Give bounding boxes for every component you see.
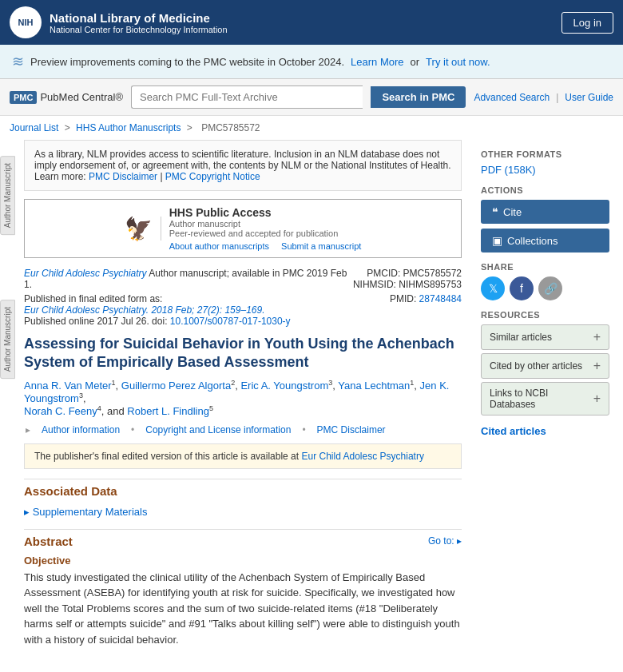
author-lechtman[interactable]: Yana Lechtman: [338, 380, 410, 392]
meta-right2: PMID: 28748484: [390, 293, 462, 304]
content-area: As a library, NLM provides access to sci…: [14, 140, 471, 647]
ncbi-plus-icon: +: [593, 392, 601, 406]
associated-data-title: Associated Data: [24, 479, 462, 503]
publisher-notice-link[interactable]: Eur Child Adolesc Psychiatry: [301, 451, 423, 462]
right-sidebar: OTHER FORMATS PDF (158K) ACTIONS ❝ Cite …: [471, 140, 619, 647]
hhs-links: About author manuscripts Submit a manusc…: [169, 241, 362, 251]
hhs-text: HHS Public Access Author manuscript Peer…: [169, 206, 362, 251]
banner-text: Preview improvements coming to the PMC w…: [30, 56, 344, 68]
collections-icon: ▣: [492, 234, 502, 247]
breadcrumb-sep2: >: [187, 122, 195, 133]
collections-label: Collections: [507, 235, 558, 247]
nih-logo-area: NIH National Library of Medicine Nationa…: [10, 6, 228, 38]
user-guide-link[interactable]: User Guide: [565, 92, 613, 103]
hhs-icon: 🦅: [125, 216, 153, 242]
disclaimer-learn-more: Learn more:: [34, 171, 86, 182]
author-sup-1b: 1: [410, 379, 414, 387]
search-bar-area: PMC PubMed Central® Search in PMC Advanc…: [0, 79, 623, 116]
author-findling[interactable]: Robert L. Findling: [127, 406, 209, 418]
search-links-divider: |: [556, 92, 558, 103]
author-sup-4: 4: [97, 404, 101, 412]
try-now-link[interactable]: Try it out now.: [426, 56, 490, 68]
cited-by-plus-icon: +: [593, 359, 601, 373]
pmc-disclaimer-link[interactable]: PMC Disclaimer: [89, 171, 157, 182]
doi-link[interactable]: 10.1007/s00787-017-1030-y: [170, 316, 291, 327]
pmc-disclaimer-art-link[interactable]: PMC Disclaimer: [317, 424, 386, 435]
abstract-text: This study investigated the clinical uti…: [24, 570, 462, 648]
cited-by-label: Cited by other articles: [490, 360, 582, 372]
breadcrumb: Journal List > HHS Author Manuscripts > …: [0, 116, 623, 140]
pmid-row: PMID: 28748484: [390, 293, 462, 304]
search-button[interactable]: Search in PMC: [371, 86, 466, 108]
article-meta-row2: Published in final edited form as: Eur C…: [24, 293, 462, 327]
abstract-header: Abstract Go to: ▸: [24, 529, 462, 548]
pmc-copyright-link[interactable]: PMC Copyright Notice: [165, 171, 260, 182]
copyright-link[interactable]: Copyright and License information: [145, 424, 291, 435]
disclaimer-box: As a library, NLM provides access to sci…: [24, 140, 462, 191]
twitter-share-icon[interactable]: 𝕏: [481, 276, 505, 300]
article-meta-row1: Eur Child Adolesc Psychiatry Author manu…: [24, 268, 462, 290]
nih-title: National Library of Medicine National Ce…: [50, 11, 228, 34]
author-youngstrom-e[interactable]: Eric A. Youngstrom: [240, 380, 328, 392]
author-feeny[interactable]: Norah C. Feeny: [24, 406, 97, 418]
hhs-subtitle: Author manuscript: [169, 219, 362, 229]
pdf-link[interactable]: PDF (158K): [481, 164, 536, 176]
preview-banner: ≋ Preview improvements coming to the PMC…: [0, 45, 623, 79]
journal-citation: Eur Child Adolesc Psychiatry. 2018 Feb; …: [24, 304, 390, 316]
authors: Anna R. Van Meter1, Guillermo Perez Algo…: [24, 379, 462, 418]
ncbi-databases-label: Links to NCBI Databases: [490, 388, 593, 410]
links-sep2: •: [302, 424, 305, 435]
pmid-link[interactable]: 28748484: [419, 293, 462, 304]
pubmed-central-label: PubMed Central®: [40, 91, 123, 103]
links-sep1: •: [131, 424, 134, 435]
meta-left2: Published in final edited form as: Eur C…: [24, 293, 390, 327]
login-button[interactable]: Log in: [561, 12, 613, 34]
main-layout: Author Manuscript Author Manuscript As a…: [0, 140, 623, 647]
supplementary-link[interactable]: Supplementary Materials: [24, 503, 462, 521]
ncbi-databases-button[interactable]: Links to NCBI Databases +: [481, 382, 609, 416]
cite-button[interactable]: ❝ Cite: [481, 200, 609, 224]
advanced-search-link[interactable]: Advanced Search: [474, 92, 550, 103]
author-sup-5: 5: [209, 404, 213, 412]
search-input[interactable]: [131, 85, 363, 109]
journal-link[interactable]: Eur Child Adolesc Psychiatry: [24, 268, 147, 279]
pmcid: PMCID: PMC5785572: [353, 268, 462, 279]
goto-link[interactable]: Go to: ▸: [428, 535, 462, 547]
cite-label: Cite: [503, 206, 522, 218]
journal-citation-link[interactable]: Eur Child Adolesc Psychiatry. 2018 Feb; …: [24, 304, 265, 316]
cited-by-button[interactable]: Cited by other articles +: [481, 353, 609, 379]
nih-title-main: National Library of Medicine: [50, 11, 228, 25]
submit-manuscript-link[interactable]: Submit a manuscript: [281, 241, 361, 251]
objective-title: Objective: [24, 555, 462, 567]
author-info-link[interactable]: Author information: [42, 424, 120, 435]
published-online-text: Published online 2017 Jul 26. doi:: [24, 316, 167, 327]
share-title: SHARE: [481, 262, 609, 272]
author-van-meter[interactable]: Anna R. Van Meter: [24, 380, 112, 392]
breadcrumb-journal-list[interactable]: Journal List: [10, 122, 58, 133]
author-manuscript-tab-2[interactable]: Author Manuscript: [0, 300, 15, 379]
copy-link-icon[interactable]: 🔗: [538, 276, 562, 300]
hhs-box: 🦅 HHS Public Access Author manuscript Pe…: [24, 199, 462, 258]
breadcrumb-pmcid: PMC5785572: [201, 122, 260, 133]
search-links: Advanced Search | User Guide: [474, 92, 613, 103]
similar-articles-label: Similar articles: [490, 332, 552, 343]
meta-left: Eur Child Adolesc Psychiatry Author manu…: [24, 268, 353, 290]
nih-header: NIH National Library of Medicine Nationa…: [0, 0, 623, 45]
cite-icon: ❝: [492, 205, 498, 218]
author-perez[interactable]: Guillermo Perez Algorta: [121, 380, 231, 392]
nih-badge: NIH: [10, 6, 42, 38]
author-sup-1: 1: [112, 379, 116, 387]
learn-more-link[interactable]: Learn More: [351, 56, 403, 68]
article-meta: Eur Child Adolesc Psychiatry Author manu…: [24, 268, 462, 327]
hhs-title: HHS Public Access: [169, 206, 362, 219]
hhs-peer-reviewed: Peer-reviewed and accepted for publicati…: [169, 229, 362, 238]
breadcrumb-hhs[interactable]: HHS Author Manuscripts: [76, 122, 181, 133]
nih-title-sub: National Center for Biotechnology Inform…: [50, 25, 228, 34]
author-manuscript-tab-1[interactable]: Author Manuscript: [0, 156, 15, 235]
about-manuscripts-link[interactable]: About author manuscripts: [169, 241, 269, 251]
collections-button[interactable]: ▣ Collections: [481, 229, 609, 252]
similar-articles-button[interactable]: Similar articles +: [481, 324, 609, 350]
facebook-share-icon[interactable]: f: [510, 276, 534, 300]
article-doi: Published online 2017 Jul 26. doi: 10.10…: [24, 316, 390, 327]
disclaimer-text: As a library, NLM provides access to sci…: [34, 149, 451, 171]
